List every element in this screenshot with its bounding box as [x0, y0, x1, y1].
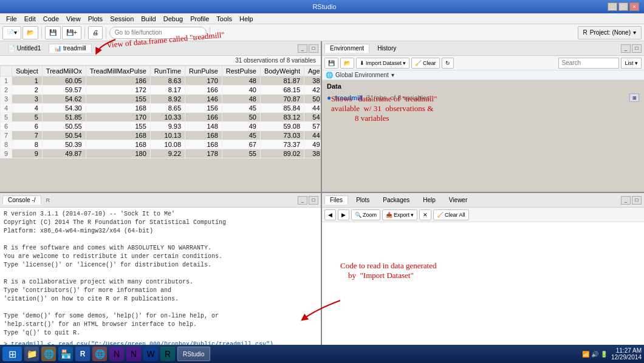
col-header-treadmillmaxpulse[interactable]: TreadMillMaxPulse	[86, 66, 150, 76]
forward-button[interactable]: ▶	[338, 209, 349, 220]
data-table-scroll[interactable]: Subject TreadMillOx TreadMillMaxPulse Ru…	[0, 66, 321, 192]
close-button[interactable]: ×	[629, 2, 639, 11]
col-header-restpulse[interactable]: RestPulse	[222, 66, 260, 76]
save-all-button[interactable]: 💾+	[62, 26, 81, 39]
taskbar: ⊞ 📁 🌐 🏪 R 🌐 N N W R RStudio 📶 🔊 🔋 11:27 …	[0, 345, 644, 363]
env-refresh-button[interactable]: ↻	[442, 58, 454, 69]
open-file-button[interactable]: 📂	[22, 26, 38, 39]
env-search-input[interactable]	[558, 58, 619, 69]
tab-untitled1[interactable]: 📄 Untitled1	[2, 44, 46, 53]
new-file-button[interactable]: 📄▾	[2, 26, 21, 39]
taskbar-word[interactable]: W	[143, 347, 158, 361]
maximize-button[interactable]: □	[618, 2, 628, 11]
import-dataset-button[interactable]: ⬇ Import Dataset ▾	[356, 58, 409, 69]
col-header-runpulse[interactable]: RunPulse	[185, 66, 222, 76]
pane-maximize-button[interactable]: □	[309, 44, 318, 53]
remove-plot-button[interactable]: ✕	[419, 209, 431, 220]
env-data-section: Data ● treadmill 31 obs. of 8 variables …	[322, 80, 644, 106]
main-toolbar: 📄▾ 📂 💾 💾+ 🖨 R Project: (None) ▾	[0, 24, 644, 41]
tab-environment[interactable]: Environment	[324, 44, 369, 53]
env-minimize-button[interactable]: _	[621, 44, 631, 53]
tab-help[interactable]: Help	[417, 195, 441, 205]
table-row: 3354.621558.921464870.8750	[1, 95, 321, 104]
col-header-subject[interactable]: Subject	[12, 66, 43, 76]
menu-profile[interactable]: Profile	[187, 15, 213, 23]
clock: 11:27 AM 12/29/2014	[611, 347, 642, 361]
dataset-grid-button[interactable]: ⊞	[629, 93, 639, 102]
dataset-name[interactable]: treadmill	[335, 94, 363, 101]
menu-tools[interactable]: Tools	[213, 15, 236, 23]
files-toolbar: ◀ ▶ 🔍 Zoom 📤 Export ▾ ✕ 🧹 Clear All	[322, 208, 644, 222]
console-pane: Console -/ R _ □ R version 3.1.1 (2014-0…	[0, 193, 321, 345]
menu-debug[interactable]: Debug	[160, 15, 187, 23]
table-row: 5551.8517010.331665083.1254	[1, 113, 321, 122]
tab-console[interactable]: Console -/	[2, 195, 41, 205]
taskbar-appstore[interactable]: 🏪	[58, 347, 73, 361]
files-maximize-button[interactable]: □	[632, 196, 642, 205]
taskbar-chrome[interactable]: 🌐	[92, 347, 107, 361]
menu-session[interactable]: Session	[106, 15, 137, 23]
menu-build[interactable]: Build	[137, 15, 159, 23]
tab-history[interactable]: History	[372, 44, 402, 53]
tab-packages[interactable]: Packages	[377, 195, 415, 205]
taskbar-r[interactable]: R	[75, 347, 90, 361]
pane-minimize-button[interactable]: _	[298, 44, 307, 53]
clear-button[interactable]: 🧹 Clear	[411, 58, 440, 69]
col-header-rownum	[1, 66, 12, 76]
taskbar-browser[interactable]: 🌐	[41, 347, 56, 361]
console-minimize-button[interactable]: _	[298, 196, 307, 205]
project-button[interactable]: R Project: (None) ▾	[578, 26, 642, 39]
taskbar-file-manager[interactable]: 📁	[24, 347, 39, 361]
menu-view[interactable]: View	[63, 15, 84, 23]
console-maximize-button[interactable]: □	[309, 196, 318, 205]
sys-tray: 📶 🔊 🔋	[582, 351, 608, 358]
console-r-icon: R	[44, 197, 53, 203]
env-list-button[interactable]: List ▾	[621, 58, 642, 69]
taskbar-onenote[interactable]: N	[109, 347, 124, 361]
import-chevron: ▾	[403, 60, 406, 66]
project-icon: R	[583, 29, 587, 36]
menu-edit[interactable]: Edit	[21, 15, 39, 23]
env-load-button[interactable]: 📂	[340, 58, 354, 69]
go-to-input[interactable]	[109, 27, 207, 39]
env-maximize-button[interactable]: □	[632, 44, 642, 53]
table-row: 6650.551559.931484959.0857	[1, 122, 321, 131]
table-row: 1160.051868.631704881.8738	[1, 76, 321, 86]
tab-plots[interactable]: Plots	[351, 195, 375, 205]
main-content: 📄 Untitled1 📊 treadmill _ □ 31 observati…	[0, 41, 644, 345]
export-button[interactable]: 📤 Export ▾	[382, 209, 417, 220]
menu-help[interactable]: Help	[236, 15, 257, 23]
time-display: 11:27 AM	[611, 347, 642, 354]
tab-viewer[interactable]: Viewer	[444, 195, 473, 205]
tab-treadmill[interactable]: 📊 treadmill	[49, 44, 92, 53]
tab-files[interactable]: Files	[324, 195, 348, 205]
environment-pane: Environment History _ □ 💾 📂 ⬇ Import Dat…	[322, 41, 644, 193]
files-minimize-button[interactable]: _	[621, 196, 631, 205]
col-header-age[interactable]: Age	[304, 66, 321, 76]
taskbar-onenote2[interactable]: N	[126, 347, 141, 361]
env-save-button[interactable]: 💾	[324, 58, 338, 69]
console-content: R version 3.1.1 (2014-07-10) -- 'Sock It…	[0, 208, 321, 345]
col-header-runtime[interactable]: RunTime	[150, 66, 185, 76]
col-header-treadmillox[interactable]: TreadMillOx	[42, 66, 86, 76]
start-button[interactable]: ⊞	[2, 347, 22, 361]
taskbar-rstudio-window[interactable]: RStudio	[177, 347, 210, 361]
minimize-button[interactable]: _	[608, 2, 617, 11]
taskbar-right: 📶 🔊 🔋 11:27 AM 12/29/2014	[582, 347, 642, 361]
menu-file[interactable]: File	[2, 15, 21, 23]
print-button[interactable]: 🖨	[88, 26, 103, 39]
col-header-bodyweight[interactable]: BodyWeight	[260, 66, 304, 76]
table-row: 8850.3916810.081686773.3749	[1, 140, 321, 149]
menu-plots[interactable]: Plots	[84, 15, 106, 23]
env-data-title: Data	[327, 83, 639, 90]
console-area[interactable]: R version 3.1.1 (2014-07-10) -- 'Sock It…	[0, 208, 321, 345]
export-icon: 📤	[386, 212, 392, 218]
window-title: RStudio	[41, 3, 608, 10]
clear-all-button[interactable]: 🧹 Clear All	[433, 209, 469, 220]
menu-code[interactable]: Code	[39, 15, 63, 23]
save-button[interactable]: 💾	[45, 26, 61, 39]
back-button[interactable]: ◀	[324, 209, 336, 220]
zoom-button[interactable]: 🔍 Zoom	[351, 209, 380, 220]
zoom-icon: 🔍	[355, 212, 361, 218]
taskbar-app2[interactable]: R	[160, 347, 175, 361]
